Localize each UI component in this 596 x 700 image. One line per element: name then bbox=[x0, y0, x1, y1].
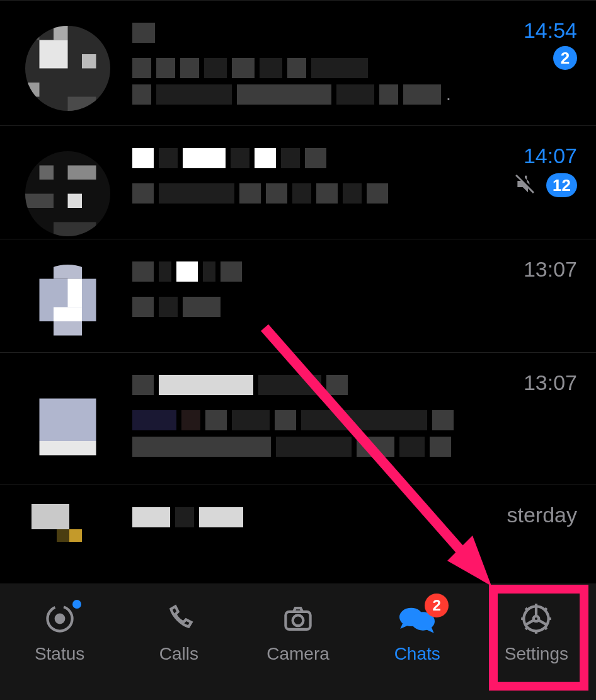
svg-rect-21 bbox=[40, 441, 96, 456]
svg-rect-16 bbox=[54, 321, 82, 336]
tab-label: Chats bbox=[394, 644, 440, 664]
svg-rect-8 bbox=[40, 166, 54, 180]
avatar bbox=[25, 151, 110, 236]
unread-badge: 2 bbox=[553, 46, 577, 70]
svg-rect-20 bbox=[40, 399, 96, 442]
svg-rect-12 bbox=[54, 222, 96, 237]
unread-badge: 12 bbox=[546, 173, 577, 197]
svg-rect-24 bbox=[57, 529, 69, 542]
svg-point-29 bbox=[293, 615, 304, 626]
chat-preview-redacted: . bbox=[132, 84, 577, 105]
avatar bbox=[25, 26, 110, 111]
avatar bbox=[32, 504, 107, 542]
avatar bbox=[25, 384, 110, 469]
chat-name-redacted bbox=[132, 373, 577, 397]
camera-icon bbox=[278, 601, 318, 639]
chat-time: 13:07 bbox=[524, 257, 577, 282]
svg-rect-6 bbox=[68, 97, 96, 112]
svg-rect-1 bbox=[25, 26, 40, 40]
svg-rect-17 bbox=[68, 279, 83, 307]
svg-point-27 bbox=[54, 614, 65, 624]
chat-name-redacted bbox=[132, 260, 577, 284]
chat-preview-redacted bbox=[132, 296, 577, 318]
svg-rect-10 bbox=[25, 194, 54, 209]
chats-badge: 2 bbox=[425, 594, 449, 617]
chat-preview-redacted bbox=[132, 57, 577, 79]
chat-time: 13:07 bbox=[524, 370, 577, 395]
tab-camera[interactable]: Camera bbox=[238, 601, 357, 664]
annotation-highlight-box bbox=[489, 585, 588, 691]
tab-label: Camera bbox=[266, 644, 330, 664]
svg-rect-23 bbox=[32, 504, 69, 529]
chat-time: 14:07 bbox=[524, 144, 577, 168]
chat-name-redacted bbox=[132, 146, 577, 170]
svg-rect-25 bbox=[69, 529, 82, 542]
tab-calls[interactable]: Calls bbox=[119, 601, 238, 664]
tab-label: Calls bbox=[159, 644, 198, 664]
tab-label: Status bbox=[35, 644, 84, 664]
tab-status[interactable]: Status bbox=[0, 601, 119, 664]
chat-row[interactable]: 13:07 bbox=[0, 239, 596, 353]
chat-row[interactable]: 13:07 bbox=[0, 353, 596, 485]
status-dot-indicator bbox=[72, 600, 81, 609]
chat-preview-redacted bbox=[132, 410, 577, 431]
muted-icon bbox=[512, 171, 537, 199]
svg-rect-9 bbox=[68, 166, 96, 180]
chat-time: 14:54 bbox=[524, 18, 577, 43]
svg-rect-14 bbox=[54, 265, 82, 279]
svg-rect-2 bbox=[54, 26, 68, 40]
chat-preview-redacted bbox=[132, 183, 577, 204]
tab-chats[interactable]: 2 Chats bbox=[358, 601, 477, 664]
svg-rect-18 bbox=[54, 307, 82, 322]
chat-list: . 14:54 2 14:07 bbox=[0, 0, 596, 583]
chat-time: sterday bbox=[507, 503, 578, 527]
chat-row[interactable]: 14:07 12 bbox=[0, 126, 596, 239]
chat-name-redacted bbox=[132, 21, 577, 45]
svg-rect-5 bbox=[25, 83, 40, 97]
avatar bbox=[25, 265, 110, 350]
chat-row[interactable]: sterday bbox=[0, 485, 596, 549]
chat-row[interactable]: . 14:54 2 bbox=[0, 0, 596, 126]
svg-rect-4 bbox=[82, 54, 96, 69]
svg-rect-11 bbox=[68, 194, 83, 209]
svg-rect-3 bbox=[40, 40, 68, 69]
chat-preview-redacted bbox=[132, 436, 577, 457]
phone-icon bbox=[159, 601, 199, 639]
